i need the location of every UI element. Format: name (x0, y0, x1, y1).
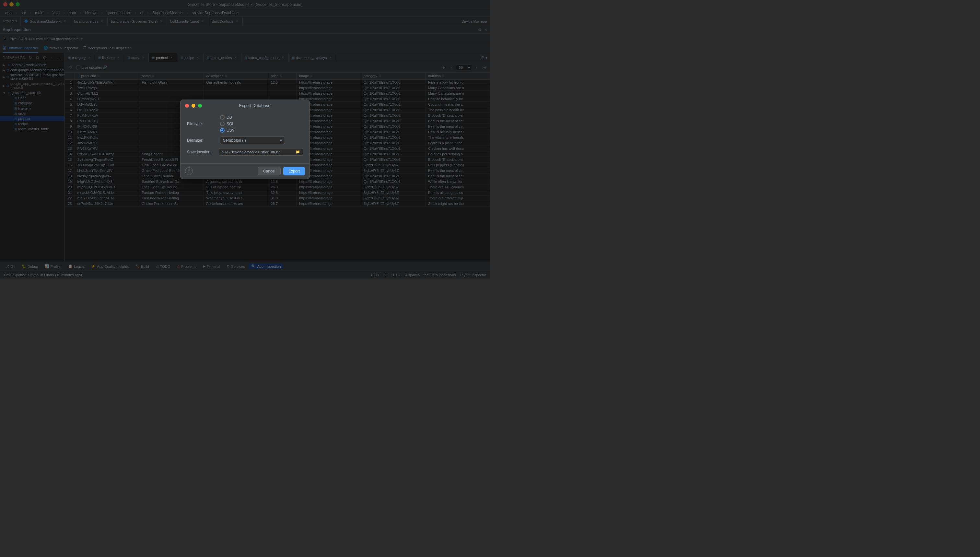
modal-max-dot[interactable] (198, 104, 202, 107)
option-csv[interactable]: CSV (220, 128, 235, 133)
option-sql[interactable]: SQL (220, 122, 235, 126)
export-button[interactable]: Export (283, 167, 305, 175)
sql-label: SQL (226, 122, 234, 126)
help-button[interactable]: ? (185, 167, 193, 175)
modal-buttons: Cancel Export (258, 167, 305, 175)
delimiter-value: Semicolon (;) (223, 138, 246, 143)
modal-min-dot[interactable] (192, 104, 195, 107)
save-location-row: Save location: euvu/Desktop/groceries_st… (187, 148, 303, 156)
radio-sql[interactable] (220, 122, 224, 126)
modal-footer: ? Cancel Export (180, 163, 309, 179)
option-db[interactable]: DB (220, 115, 235, 120)
modal-overlay: Export Database File type: DB SQL CS (0, 0, 490, 278)
save-location-label: Save location: (187, 150, 216, 154)
radio-db[interactable] (220, 115, 224, 120)
modal-close-dot[interactable] (185, 104, 189, 107)
modal-body: File type: DB SQL CSV (180, 111, 309, 163)
file-type-options: DB SQL CSV (220, 115, 235, 133)
delimiter-row: Delimiter: Semicolon (;) ▾ (187, 137, 303, 144)
delimiter-select[interactable]: Semicolon (;) ▾ (220, 137, 285, 144)
save-location-input[interactable]: euvu/Desktop/groceries_store_db.zip 📁 (219, 148, 303, 156)
file-type-row: File type: DB SQL CSV (187, 115, 303, 133)
delimiter-label: Delimiter: (187, 138, 216, 143)
cancel-button[interactable]: Cancel (258, 167, 281, 175)
db-label: DB (226, 115, 232, 120)
save-location-value: euvu/Desktop/groceries_store_db.zip (222, 150, 296, 154)
export-database-modal: Export Database File type: DB SQL CS (180, 99, 310, 179)
csv-label: CSV (226, 128, 235, 133)
file-type-label: File type: (187, 122, 216, 126)
radio-csv[interactable] (220, 128, 224, 133)
modal-title: Export Database (205, 103, 305, 108)
folder-icon[interactable]: 📁 (296, 150, 300, 154)
dropdown-icon: ▾ (280, 138, 282, 143)
modal-title-bar: Export Database (180, 100, 309, 111)
